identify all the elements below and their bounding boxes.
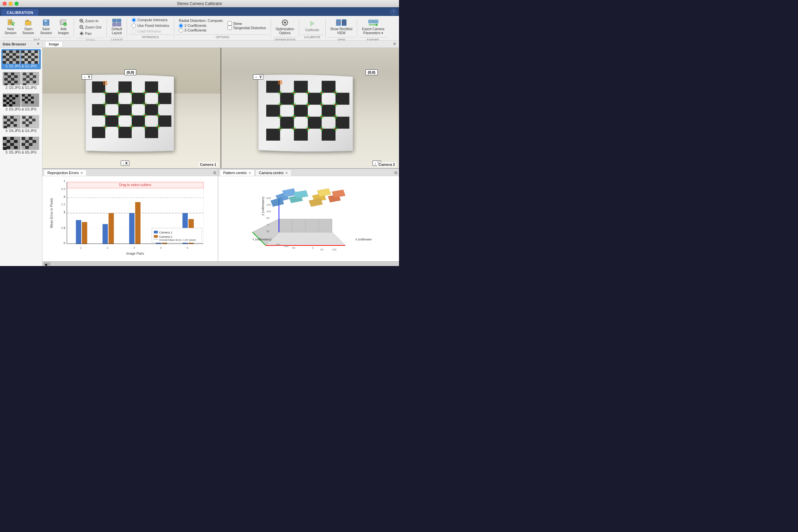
camera-tab-close[interactable]: ✕ <box>285 171 288 175</box>
default-layout-button[interactable]: DefaultLayout <box>109 17 125 37</box>
new-session-label: NewSession <box>5 27 17 35</box>
help-button[interactable]: ? <box>391 9 396 15</box>
pattern-panel-settings[interactable]: ⚙ <box>394 170 398 175</box>
svg-rect-62 <box>24 53 28 56</box>
svg-rect-93 <box>23 83 26 85</box>
compute-intrinsics-radio[interactable] <box>132 18 136 22</box>
reprojection-errors-tab[interactable]: Reprojection Errors ✕ <box>44 170 87 176</box>
scrollbar-area: ◄ <box>42 261 399 266</box>
svg-text:Image Pairs: Image Pairs <box>126 252 144 255</box>
svg-rect-88 <box>33 75 36 78</box>
svg-rect-50 <box>3 56 6 58</box>
data-item-1[interactable]: 1: D1.JPG & G1.JPG <box>1 49 41 69</box>
cam1-checker <box>75 72 185 154</box>
reprojection-tab-bar: Reprojection Errors ✕ ⚙ <box>42 169 218 176</box>
svg-rect-129 <box>32 119 36 121</box>
data-item-5[interactable]: 5: D5.JPG & G5.JPG <box>1 135 41 155</box>
data-item-4[interactable]: 4: D4.JPG & G4.JPG <box>1 114 41 134</box>
image-tab[interactable]: Image <box>45 41 63 47</box>
thumb-2-right <box>21 72 39 85</box>
pattern-tab-bar: Pattern-centric ✕ Camera-centric ✕ ⚙ <box>218 169 399 176</box>
svg-rect-80 <box>7 81 11 83</box>
svg-text:2: 2 <box>64 210 65 214</box>
tangential-checkbox[interactable] <box>228 25 232 30</box>
reprojection-tab-close[interactable]: ✕ <box>80 171 83 175</box>
use-fixed-intrinsics-radio[interactable] <box>132 23 136 28</box>
zoom-group: Zoom In Zoom Out Pan ZOOM <box>76 17 105 39</box>
reprojection-panel-settings[interactable]: ⚙ <box>213 170 216 175</box>
calibrate-button[interactable]: Calibrate <box>301 18 323 33</box>
save-session-button[interactable]: SaveSession <box>37 17 55 37</box>
svg-point-182 <box>104 103 106 105</box>
3-coefficients-radio[interactable] <box>179 28 183 33</box>
cam2-checker <box>248 72 363 154</box>
export-camera-button[interactable]: Export CameraParameters ▾ <box>359 17 387 37</box>
2-coefficients-radio[interactable] <box>179 23 183 28</box>
svg-rect-90 <box>30 78 33 81</box>
pattern-tab-close[interactable]: ✕ <box>248 171 251 175</box>
svg-point-263 <box>307 128 308 129</box>
svg-line-17 <box>82 22 83 23</box>
reprojection-chart-container: Drag to select outliers 0 0.5 1 1.5 2 <box>42 176 218 261</box>
divider-8 <box>357 19 357 37</box>
minimize-button[interactable] <box>8 2 13 6</box>
thumb-row-3 <box>3 94 39 107</box>
show-rectified-button[interactable]: Show RectifiedVIEW <box>328 17 355 37</box>
svg-point-247 <box>335 104 336 105</box>
svg-rect-289 <box>82 222 87 244</box>
zoom-in-button[interactable]: Zoom In <box>77 18 103 24</box>
optimization-group: OptimizationOptions OPTIMIZATION <box>273 17 297 39</box>
view-group: Show RectifiedVIEW VIEW <box>328 17 355 39</box>
new-session-icon <box>7 19 15 26</box>
svg-rect-108 <box>28 94 31 96</box>
thumb-1-left <box>3 51 21 64</box>
cam1-arrow-x: ↓ X <box>121 160 129 166</box>
camera-centric-tab[interactable]: Camera-centric ✕ <box>255 170 291 176</box>
thumb-row-5 <box>3 137 39 150</box>
svg-point-259 <box>280 128 281 129</box>
svg-rect-112 <box>28 99 31 101</box>
svg-rect-131 <box>29 121 32 124</box>
pattern-centric-tab[interactable]: Pattern-centric ✕ <box>220 170 255 176</box>
svg-text:50: 50 <box>320 248 323 251</box>
svg-point-210 <box>157 126 158 127</box>
svg-rect-212 <box>104 82 106 83</box>
open-session-button[interactable]: OpenSession <box>20 17 37 37</box>
svg-rect-104 <box>9 104 12 107</box>
scroll-left-button[interactable]: ◄ <box>44 262 51 266</box>
svg-text:2.5: 2.5 <box>61 187 65 191</box>
data-browser-close[interactable]: ✕ <box>37 42 39 46</box>
data-item-3[interactable]: 3: D3.JPG & G3.JPG <box>1 92 41 112</box>
svg-rect-224 <box>336 116 349 128</box>
close-button[interactable] <box>3 2 7 6</box>
svg-point-267 <box>335 128 336 129</box>
camera2-view: Detected points + Reprojected points Che… <box>221 48 399 168</box>
skew-checkbox[interactable] <box>228 21 232 25</box>
data-item-2[interactable]: 2: D2.JPG & G2.JPG <box>1 71 41 91</box>
svg-point-186 <box>131 103 132 105</box>
svg-point-178 <box>144 92 146 93</box>
svg-rect-220 <box>294 104 308 116</box>
new-session-button[interactable]: NewSession <box>2 17 19 37</box>
svg-point-243 <box>307 104 308 105</box>
maximize-button[interactable] <box>15 2 19 6</box>
pan-button[interactable]: Pan <box>77 31 103 37</box>
zoom-in-label: Zoom In <box>85 19 98 23</box>
load-intrinsics-radio[interactable] <box>132 29 136 34</box>
calibrate-icon <box>308 20 316 27</box>
svg-rect-225 <box>266 128 280 140</box>
cam2-coord-origin: (0,0) <box>365 69 378 75</box>
svg-point-241 <box>293 104 294 105</box>
add-images-button[interactable]: AddImages <box>55 17 72 37</box>
titlebar: Stereo Camera Calibrator <box>0 0 399 7</box>
svg-text:0: 0 <box>267 223 269 226</box>
svg-rect-222 <box>280 116 294 128</box>
show-rectified-label: Show RectifiedVIEW <box>330 27 353 35</box>
panel-settings-icon[interactable]: ⚙ <box>393 42 396 46</box>
optimization-options-button[interactable]: OptimizationOptions <box>273 17 297 37</box>
svg-rect-164 <box>145 104 158 115</box>
tangential-row: Tangential Distortion <box>228 25 266 30</box>
calibration-tab[interactable]: CALIBRATION <box>1 9 38 16</box>
svg-rect-160 <box>132 93 145 104</box>
zoom-out-button[interactable]: Zoom Out <box>77 24 103 30</box>
